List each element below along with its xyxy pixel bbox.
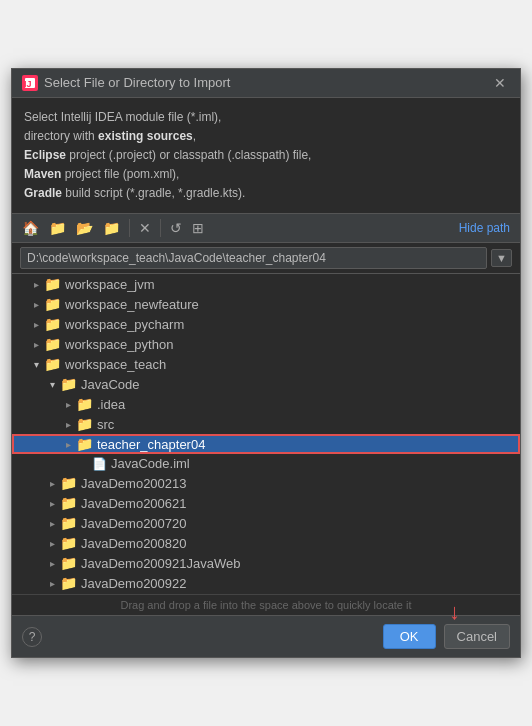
tree-item-label: workspace_python	[65, 337, 173, 352]
tree-item-label: src	[97, 417, 114, 432]
folder-icon: 📁	[60, 376, 77, 392]
tree-item[interactable]: ▸📁workspace_jvm	[12, 274, 520, 294]
expand-arrow-icon: ▸	[28, 299, 44, 310]
help-button[interactable]: ?	[22, 627, 42, 647]
folder-icon: 📁	[60, 555, 77, 571]
tree-item[interactable]: ▸📁teacher_chapter04	[12, 434, 520, 454]
title-bar-left: IJ Select File or Directory to Import	[22, 75, 230, 91]
tree-item-label: JavaDemo200213	[81, 476, 187, 491]
tree-item[interactable]: 📄JavaCode.iml	[12, 454, 520, 473]
tree-item[interactable]: ▸📁JavaDemo200621	[12, 493, 520, 513]
tree-item[interactable]: ▸📁JavaDemo200921JavaWeb	[12, 553, 520, 573]
tree-item[interactable]: ▸📁workspace_pycharm	[12, 314, 520, 334]
tree-item[interactable]: ▸📁JavaDemo200820	[12, 533, 520, 553]
folder-icon: 📁	[44, 316, 61, 332]
toolbar-separator-1	[129, 219, 130, 237]
expand-arrow-icon: ▸	[28, 319, 44, 330]
tree-item-label: .idea	[97, 397, 125, 412]
dialog: IJ Select File or Directory to Import ✕ …	[11, 68, 521, 659]
expand-button[interactable]: ⊞	[188, 218, 208, 238]
tree-item-label: JavaDemo200621	[81, 496, 187, 511]
folder-icon: 📁	[44, 276, 61, 292]
folder-icon: 📁	[44, 356, 61, 372]
tree-item[interactable]: ▸📁src	[12, 414, 520, 434]
title-bar: IJ Select File or Directory to Import ✕	[12, 69, 520, 98]
expand-arrow-icon: ▾	[44, 379, 60, 390]
home-button[interactable]: 🏠	[18, 218, 43, 238]
close-button[interactable]: ✕	[490, 76, 510, 90]
tree-item-label: JavaCode.iml	[111, 456, 190, 471]
new-folder-button[interactable]: 📁	[45, 218, 70, 238]
expand-arrow-icon: ▸	[44, 478, 60, 489]
folder2-button[interactable]: 📂	[72, 218, 97, 238]
tree-item-label: workspace_newfeature	[65, 297, 199, 312]
expand-arrow-icon: ▸	[60, 419, 76, 430]
tree-item-label: teacher_chapter04	[97, 437, 205, 452]
file-tree[interactable]: ▸📁workspace_jvm▸📁workspace_newfeature▸📁w…	[12, 274, 520, 594]
tree-item-label: workspace_jvm	[65, 277, 155, 292]
toolbar-separator-2	[160, 219, 161, 237]
tree-item-label: JavaCode	[81, 377, 140, 392]
expand-arrow-icon: ▸	[28, 339, 44, 350]
expand-arrow-icon: ▸	[44, 578, 60, 589]
tree-item[interactable]: ▾📁JavaCode	[12, 374, 520, 394]
expand-arrow-icon: ▸	[44, 498, 60, 509]
tree-item[interactable]: ▸📁.idea	[12, 394, 520, 414]
description-area: Select Intellij IDEA module file (*.iml)…	[12, 98, 520, 214]
tree-item-label: JavaDemo200720	[81, 516, 187, 531]
folder-icon: 📁	[60, 515, 77, 531]
folder-icon: 📁	[76, 396, 93, 412]
tree-item[interactable]: ▸📁JavaDemo200213	[12, 473, 520, 493]
desc-line5: Gradle build script (*.gradle, *.gradle.…	[24, 186, 245, 200]
tree-item[interactable]: ▾📁workspace_teach	[12, 354, 520, 374]
folder3-button[interactable]: 📁	[99, 218, 124, 238]
path-input[interactable]	[20, 247, 487, 269]
folder-icon: 📁	[76, 436, 93, 452]
toolbar: 🏠 📁 📂 📁 ✕ ↺ ⊞ Hide path	[12, 213, 520, 243]
desc-line3: Eclipse project (.project) or classpath …	[24, 148, 311, 162]
tree-item[interactable]: ▸📁JavaDemo200720	[12, 513, 520, 533]
desc-line2: directory with existing sources,	[24, 129, 196, 143]
expand-arrow-icon: ▸	[60, 399, 76, 410]
expand-arrow-icon: ▾	[28, 359, 44, 370]
folder-icon: 📁	[44, 336, 61, 352]
tree-item[interactable]: ▸📁workspace_newfeature	[12, 294, 520, 314]
folder-icon: 📁	[60, 495, 77, 511]
delete-button[interactable]: ✕	[135, 218, 155, 238]
folder-icon: 📁	[60, 535, 77, 551]
ok-button[interactable]: OK	[383, 624, 436, 649]
refresh-button[interactable]: ↺	[166, 218, 186, 238]
folder-icon: 📁	[60, 475, 77, 491]
expand-arrow-icon: ▸	[60, 439, 76, 450]
cancel-button[interactable]: Cancel	[444, 624, 510, 649]
hide-path-button[interactable]: Hide path	[455, 219, 514, 237]
expand-arrow-icon: ▸	[28, 279, 44, 290]
path-dropdown-button[interactable]: ▼	[491, 249, 512, 267]
file-icon: 📄	[92, 457, 107, 471]
dialog-title: Select File or Directory to Import	[44, 75, 230, 90]
tree-item-label: workspace_teach	[65, 357, 166, 372]
tree-item-label: JavaDemo200921JavaWeb	[81, 556, 240, 571]
folder-icon: 📁	[60, 575, 77, 591]
drag-hint: Drag and drop a file into the space abov…	[12, 594, 520, 615]
tree-item[interactable]: ▸📁JavaDemo200922	[12, 573, 520, 593]
expand-arrow-icon: ▸	[44, 558, 60, 569]
bottom-bar: ? ↓ OK Cancel	[12, 615, 520, 657]
desc-line1: Select Intellij IDEA module file (*.iml)…	[24, 110, 221, 124]
tree-item-label: JavaDemo200820	[81, 536, 187, 551]
svg-text:IJ: IJ	[24, 79, 32, 89]
path-bar: ▼	[12, 243, 520, 274]
expand-arrow-icon: ▸	[44, 518, 60, 529]
desc-line4: Maven project file (pom.xml),	[24, 167, 179, 181]
tree-item-label: JavaDemo200922	[81, 576, 187, 591]
intellij-icon: IJ	[22, 75, 38, 91]
folder-icon: 📁	[76, 416, 93, 432]
tree-item[interactable]: ▸📁workspace_python	[12, 334, 520, 354]
down-arrow-icon: ↓	[449, 599, 460, 625]
expand-arrow-icon: ▸	[44, 538, 60, 549]
folder-icon: 📁	[44, 296, 61, 312]
tree-item-label: workspace_pycharm	[65, 317, 184, 332]
